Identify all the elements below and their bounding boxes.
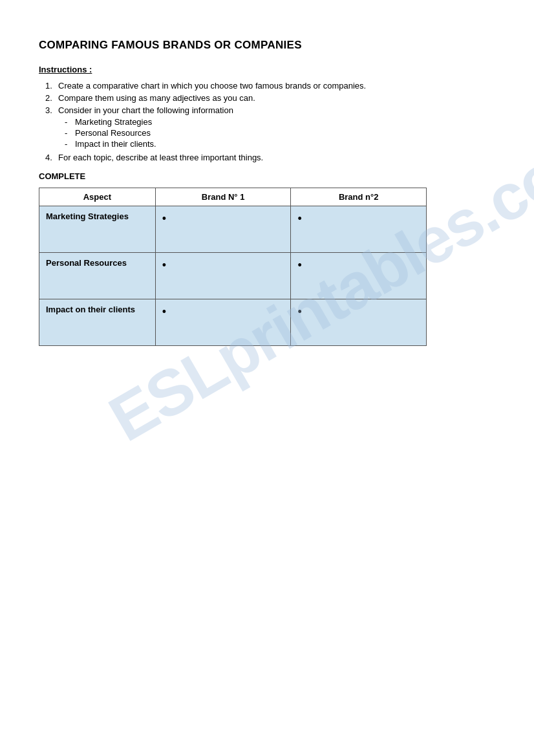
row3-brand2: • bbox=[291, 299, 427, 346]
bullet-icon: • bbox=[297, 213, 420, 224]
complete-label: COMPLETE bbox=[39, 171, 495, 181]
table-row: Impact on their clients • • bbox=[39, 299, 427, 346]
instructions-label: Instructions : bbox=[39, 65, 495, 74]
bullet-icon: • bbox=[297, 259, 420, 271]
table-row: Personal Resources • • bbox=[39, 253, 427, 299]
sub-item-3: - Impact in their clients. bbox=[58, 139, 233, 149]
table-header-row: Aspect Brand N° 1 Brand n°2 bbox=[39, 188, 427, 206]
row1-aspect: Marketing Strategies bbox=[39, 206, 156, 253]
row2-brand1: • bbox=[155, 253, 291, 299]
col-brand2: Brand n°2 bbox=[291, 188, 427, 206]
sub-list: - Marketing Strategies - Personal Resour… bbox=[58, 117, 233, 149]
comparison-table: Aspect Brand N° 1 Brand n°2 Marketing St… bbox=[39, 188, 427, 346]
sub-item-1: - Marketing Strategies bbox=[58, 117, 233, 127]
col-aspect: Aspect bbox=[39, 188, 156, 206]
page-title: COMPARING FAMOUS BRANDS OR COMPANIES bbox=[39, 39, 495, 52]
instruction-item-4: 4. For each topic, describe at least thr… bbox=[39, 153, 495, 162]
bullet-icon: • bbox=[162, 306, 284, 318]
row3-aspect: Impact on their clients bbox=[39, 299, 156, 346]
sub-item-2: - Personal Resources bbox=[58, 128, 233, 138]
col-brand1: Brand N° 1 bbox=[155, 188, 291, 206]
instruction-item-3: 3. Consider in your chart the following … bbox=[39, 105, 495, 150]
bullet-icon: • bbox=[297, 306, 420, 318]
instruction-item-2: 2. Compare them using as many adjectives… bbox=[39, 93, 495, 103]
row1-brand1: • bbox=[155, 206, 291, 253]
row1-brand2: • bbox=[291, 206, 427, 253]
bullet-icon: • bbox=[162, 259, 284, 271]
instructions-list: 1. Create a comparative chart in which y… bbox=[39, 81, 495, 162]
bullet-icon: • bbox=[162, 213, 284, 224]
instruction-item-1: 1. Create a comparative chart in which y… bbox=[39, 81, 495, 91]
row2-brand2: • bbox=[291, 253, 427, 299]
row3-brand1: • bbox=[155, 299, 291, 346]
table-row: Marketing Strategies • • bbox=[39, 206, 427, 253]
page-content: COMPARING FAMOUS BRANDS OR COMPANIES Ins… bbox=[0, 0, 534, 385]
row2-aspect: Personal Resources bbox=[39, 253, 156, 299]
